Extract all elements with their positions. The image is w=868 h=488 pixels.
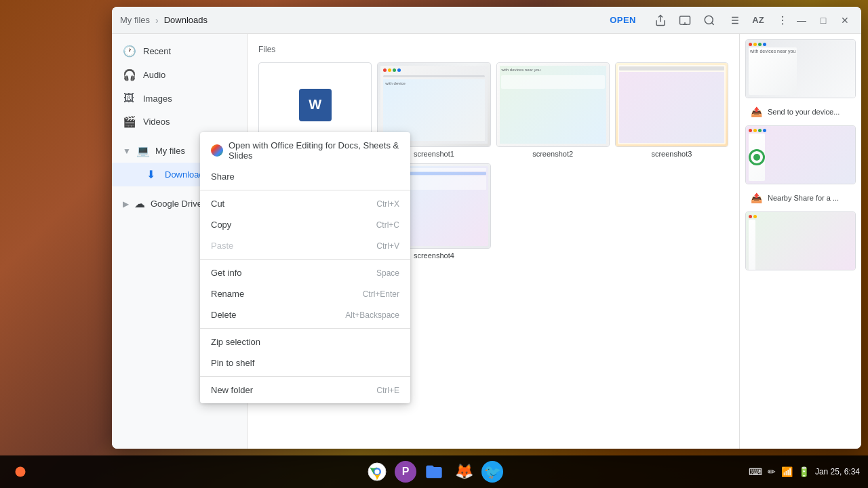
context-cut-label: Cut	[211, 199, 224, 209]
context-pin-label: Pin to shelf	[211, 358, 254, 368]
chevron-down-icon: ▼	[123, 146, 131, 156]
files-section-label: Files	[258, 45, 728, 54]
file-item-screenshot2[interactable]: with devices near you screenshot2	[496, 62, 610, 158]
keyboard-icon[interactable]: ⌨	[749, 466, 762, 477]
svg-point-11	[782, 16, 783, 17]
file-item-screenshot3[interactable]: screenshot3	[615, 62, 728, 158]
recent-icon: 🕐	[123, 45, 135, 58]
svg-point-13	[782, 23, 783, 24]
minimize-button[interactable]: —	[793, 12, 810, 28]
chevron-right-icon: ▶	[123, 199, 129, 209]
sidebar-item-audio[interactable]: 🎧 Audio	[112, 63, 241, 87]
more-options-icon[interactable]	[772, 9, 793, 31]
breadcrumb-current[interactable]: Downloads	[164, 15, 208, 25]
panel-thumb-top[interactable]: with devices near you	[745, 39, 856, 98]
sidebar-item-recent[interactable]: 🕐 Recent	[112, 39, 241, 63]
app-p-taskbar-icon[interactable]: P	[395, 461, 416, 483]
svg-point-14	[16, 467, 26, 477]
context-delete-shortcut: Alt+Backspace	[345, 310, 399, 320]
search-icon[interactable]	[698, 9, 720, 31]
context-delete[interactable]: Delete Alt+Backspace	[200, 304, 410, 325]
breadcrumb-chevron-icon: ›	[155, 15, 159, 26]
taskbar-center: P 🦊 🐦	[365, 460, 503, 484]
send-device-icon: 📤	[751, 106, 762, 117]
word-icon: W	[299, 89, 332, 121]
context-open-office-left: Open with Office Editing for Docs, Sheet…	[211, 140, 399, 161]
context-divider-2	[200, 259, 410, 260]
tablet-icon[interactable]	[674, 9, 696, 31]
battery-icon[interactable]: 🔋	[798, 466, 810, 477]
context-get-info-label: Get info	[211, 268, 242, 278]
files-taskbar-icon[interactable]	[422, 460, 446, 484]
context-paste-label: Paste	[211, 241, 233, 251]
system-clock[interactable]: Jan 25, 6:34	[815, 467, 860, 476]
drive-icon: ☁	[134, 197, 145, 210]
context-copy-shortcut: Ctrl+C	[376, 220, 399, 230]
downloads-icon: ⬇	[144, 168, 157, 181]
context-copy-label: Copy	[211, 220, 231, 230]
context-open-office[interactable]: Open with Office Editing for Docs, Sheet…	[200, 135, 410, 166]
file-thumb-screenshot3[interactable]	[615, 62, 728, 147]
maximize-button[interactable]: □	[815, 12, 831, 28]
app-fox-taskbar-icon[interactable]: 🦊	[452, 460, 476, 484]
context-divider-3	[200, 328, 410, 329]
file-name-screenshot2: screenshot2	[496, 150, 610, 158]
wifi-icon[interactable]: 📶	[781, 466, 793, 477]
chrome-taskbar-icon[interactable]	[365, 460, 389, 484]
sort-icon[interactable]: AZ	[747, 9, 769, 31]
videos-icon: 🎬	[123, 115, 135, 128]
office-icon	[211, 144, 223, 157]
titlebar-actions: OPEN	[599, 9, 793, 31]
context-copy[interactable]: Copy Ctrl+C	[200, 214, 410, 235]
context-share[interactable]: Share	[200, 166, 410, 187]
panel-thumb-middle[interactable]	[745, 125, 856, 184]
taskbar: P 🦊 🐦 ⌨ ✏ 📶 🔋 Jan 25, 6:34	[0, 455, 868, 488]
context-cut[interactable]: Cut Ctrl+X	[200, 193, 410, 214]
context-new-folder[interactable]: New folder Ctrl+E	[200, 380, 410, 401]
context-zip-label: Zip selection	[211, 337, 260, 347]
sidebar-item-images[interactable]: 🖼 Images	[112, 87, 241, 110]
list-view-icon[interactable]	[723, 9, 745, 31]
context-cut-shortcut: Ctrl+X	[376, 199, 399, 209]
context-delete-label: Delete	[211, 310, 237, 320]
images-icon: 🖼	[123, 92, 135, 104]
audio-icon: 🎧	[123, 68, 135, 81]
nearby-share-label: Nearby Share for a ...	[768, 194, 839, 202]
context-get-info[interactable]: Get info Space	[200, 262, 410, 283]
context-zip[interactable]: Zip selection	[200, 331, 410, 352]
context-divider-1	[200, 190, 410, 190]
twitter-taskbar-icon[interactable]: 🐦	[481, 461, 503, 483]
context-new-folder-shortcut: Ctrl+E	[376, 386, 399, 395]
system-tray-button[interactable]	[8, 460, 33, 484]
send-to-device-label: Send to your device...	[768, 108, 840, 116]
context-new-folder-label: New folder	[211, 385, 253, 395]
sidebar-item-videos[interactable]: 🎬 Videos	[112, 110, 241, 134]
right-panel: with devices near you 📤 Send to your dev…	[739, 34, 861, 449]
stylus-icon[interactable]: ✏	[768, 466, 776, 477]
close-button[interactable]: ✕	[837, 12, 853, 28]
file-thumb-screenshot2[interactable]: with devices near you	[496, 62, 610, 147]
context-get-info-shortcut: Space	[376, 268, 399, 278]
context-rename-shortcut: Ctrl+Enter	[363, 289, 399, 299]
context-paste-shortcut: Ctrl+V	[376, 241, 399, 251]
context-share-label: Share	[211, 171, 235, 182]
taskbar-left	[8, 460, 33, 484]
svg-point-4	[705, 16, 713, 24]
context-rename[interactable]: Rename Ctrl+Enter	[200, 283, 410, 304]
breadcrumb-root[interactable]: My files	[120, 15, 150, 25]
context-pin[interactable]: Pin to shelf	[200, 352, 410, 373]
open-button[interactable]: OPEN	[599, 11, 647, 29]
nearby-share-item[interactable]: 📤 Nearby Share for a ...	[745, 190, 856, 206]
share-toolbar-icon[interactable]	[650, 9, 671, 31]
titlebar: My files › Downloads OPEN	[112, 7, 861, 34]
my-files-icon: 💻	[136, 144, 150, 157]
panel-thumb-bottom[interactable]	[745, 211, 856, 270]
context-paste: Paste Ctrl+V	[200, 235, 410, 256]
nearby-share-icon: 📤	[751, 192, 762, 203]
window-controls: — □ ✕	[793, 12, 853, 28]
send-to-device-item[interactable]: 📤 Send to your device...	[745, 104, 856, 120]
context-open-office-label: Open with Office Editing for Docs, Sheet…	[229, 140, 399, 161]
breadcrumb: My files › Downloads	[120, 15, 599, 26]
taskbar-right: ⌨ ✏ 📶 🔋 Jan 25, 6:34	[749, 466, 860, 477]
file-name-screenshot3: screenshot3	[615, 150, 728, 158]
